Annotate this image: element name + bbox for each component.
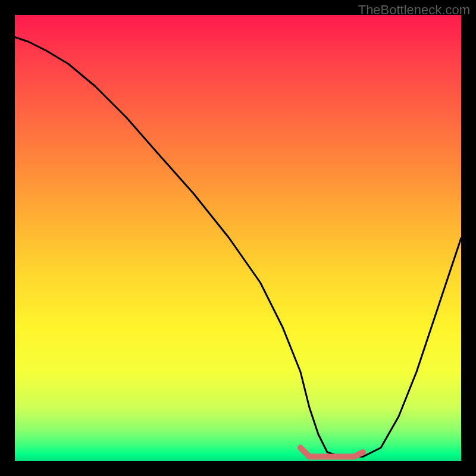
chart-container: TheBottleneck.com xyxy=(0,0,476,476)
watermark-text: TheBottleneck.com xyxy=(358,2,470,18)
plot-area xyxy=(15,15,461,461)
bottleneck-curve-path xyxy=(15,37,461,457)
curve-svg xyxy=(15,15,461,461)
optimal-zone-path xyxy=(300,448,363,457)
